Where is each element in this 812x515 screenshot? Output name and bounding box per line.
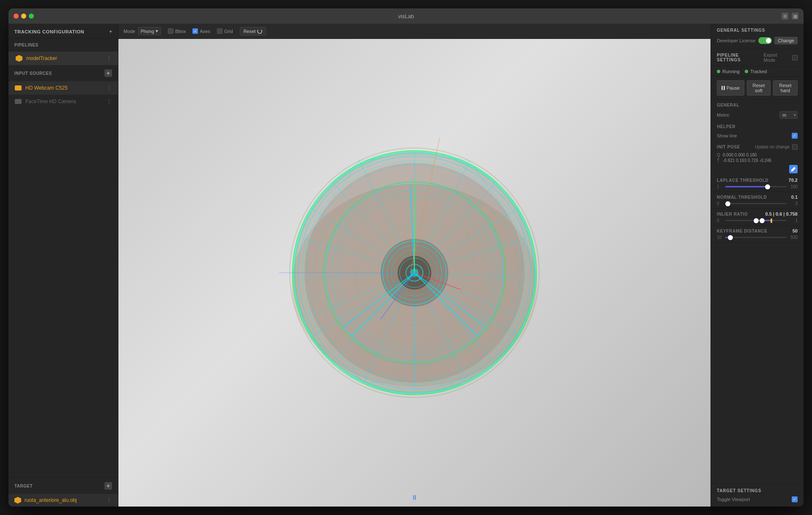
normal-slider-section: NORMAL THRESHOLD 0.1 0 3 — [711, 192, 804, 209]
axes-checkbox-group: Axes — [192, 28, 210, 34]
pause-button[interactable]: Pause — [717, 80, 744, 96]
bbox-checkbox[interactable] — [168, 28, 173, 34]
left-sidebar: TRACKING CONFIGURATION + PIPELINES model… — [8, 24, 118, 507]
pipeline-settings-row: PIPELINE SETTINGS Export Mode — [711, 49, 804, 66]
inlier-max: 1 — [789, 218, 798, 223]
metric-label: Metric — [717, 112, 730, 118]
minimize-button[interactable] — [21, 14, 26, 19]
pause-bar-1 — [721, 86, 723, 90]
add-input-source-button[interactable]: + — [104, 69, 112, 77]
close-button[interactable] — [14, 14, 19, 19]
title-bar-icons: ⚙ ▦ — [782, 13, 798, 19]
pipeline-item-modeltracker[interactable]: modelTracker ⋮ — [8, 52, 118, 65]
reset-soft-button[interactable]: Reset soft — [747, 80, 770, 96]
input-source-facetime[interactable]: FaceTime HD Camera ⋮ — [8, 95, 118, 108]
settings-icon[interactable]: ⚙ — [782, 13, 788, 19]
input-sources-header: INPUT SOURCES + — [8, 65, 118, 81]
init-pose-title: INIT POSE — [717, 145, 740, 149]
fullscreen-button[interactable] — [29, 14, 34, 19]
keyframe-track-row: 10 500 — [717, 235, 798, 240]
keyframe-slider[interactable] — [725, 237, 787, 238]
pause-indicator: ⏸ — [411, 494, 418, 501]
inlier-marker-2[interactable] — [760, 218, 765, 223]
normal-thumb[interactable] — [725, 201, 730, 206]
webcam-more-button[interactable]: ⋮ — [106, 85, 112, 91]
pipelines-title: PIPELINES — [14, 43, 38, 47]
laplace-fill — [725, 186, 768, 187]
pose-edit-button[interactable] — [789, 165, 798, 173]
axes-checkbox[interactable] — [192, 28, 198, 34]
inlier-slider[interactable] — [725, 220, 787, 221]
grid-icon[interactable]: ▦ — [792, 13, 798, 19]
traffic-lights — [14, 14, 34, 19]
keyframe-value: 50 — [793, 228, 798, 233]
bbox-label: Bbox — [175, 29, 186, 34]
metric-select[interactable]: m cm mm ft — [779, 111, 798, 119]
pipeline-name: modelTracker — [26, 55, 106, 61]
webcam-name: HD Webcam C525 — [25, 85, 106, 91]
normal-track-row: 0 3 — [717, 201, 798, 206]
mode-select[interactable]: Phong ▾ — [138, 27, 162, 35]
laplace-thumb[interactable] — [765, 184, 770, 189]
right-panel: GENERAL SETTINGS Developer License Chang… — [710, 24, 804, 507]
show-line-checkbox[interactable] — [792, 133, 798, 139]
target-settings-title: TARGET SETTINGS — [717, 488, 798, 493]
pipeline-more-button[interactable]: ⋮ — [106, 55, 112, 62]
target-more-button[interactable]: ⋮ — [106, 497, 112, 504]
update-on-change-toggle[interactable] — [792, 144, 798, 150]
laplace-max: 100 — [789, 184, 798, 189]
reset-hard-button[interactable]: Reset hard — [773, 80, 798, 96]
pause-bar-2 — [724, 86, 725, 90]
laplace-slider-section: LAPLACE THRESHOLD 70.2 1 100 — [711, 175, 804, 192]
export-mode-row: Export Mode — [764, 52, 798, 63]
add-target-button[interactable]: + — [104, 482, 112, 490]
export-mode-checkbox[interactable] — [792, 55, 798, 60]
facetime-camera-icon — [14, 98, 22, 105]
developer-license-row: Developer License Change — [711, 35, 804, 49]
dev-license-controls: Change — [758, 37, 798, 44]
pose-t-key: T — [717, 158, 721, 163]
init-pose-header: INIT POSE Update on change — [711, 141, 804, 151]
toggle-viewport-label: Toggle Viewport — [717, 497, 750, 502]
reset-button[interactable]: Reset — [240, 27, 266, 36]
toolbar: Mode Phong ▾ Bbox Axes Grid — [118, 24, 710, 39]
toggle-viewport-checkbox[interactable] — [792, 496, 798, 502]
normal-max: 3 — [789, 201, 798, 206]
camera-icon — [15, 85, 22, 90]
laplace-slider[interactable] — [725, 186, 787, 187]
pause-label: Pause — [727, 85, 740, 90]
normal-slider[interactable] — [725, 203, 787, 204]
main-content: TRACKING CONFIGURATION + PIPELINES model… — [8, 24, 804, 507]
input-source-webcam[interactable]: HD Webcam C525 ⋮ — [8, 81, 118, 95]
keyframe-min: 10 — [717, 235, 723, 240]
pose-t-values: -0.621 0.163 0.726 -0.246 — [723, 158, 771, 163]
laplace-title: LAPLACE THRESHOLD — [717, 178, 768, 183]
change-button[interactable]: Change — [774, 37, 798, 44]
laplace-header: LAPLACE THRESHOLD 70.2 — [717, 178, 798, 183]
target-item[interactable]: ruota_anteriore_alu.obj ⋮ — [8, 494, 118, 507]
general-settings-header: GENERAL SETTINGS — [711, 24, 804, 35]
license-toggle[interactable] — [758, 37, 772, 44]
facetime-more-button[interactable]: ⋮ — [106, 98, 112, 105]
input-sources-title: INPUT SOURCES — [14, 71, 52, 76]
keyframe-thumb[interactable] — [728, 235, 733, 240]
keyframe-slider-section: KEYFRAME DISTANCE 50 10 500 — [711, 226, 804, 243]
normal-value: 0.1 — [791, 194, 798, 200]
webcam-camera-icon — [14, 84, 22, 92]
pipeline-settings-title: PIPELINE SETTINGS — [717, 53, 764, 62]
inlier-marker-1[interactable] — [754, 218, 759, 223]
bbox-checkbox-group: Bbox — [168, 28, 186, 34]
laplace-value: 70.2 — [789, 178, 798, 183]
normal-min: 0 — [717, 201, 723, 206]
laplace-track-row: 1 100 — [717, 184, 798, 189]
developer-license-label: Developer License — [717, 38, 755, 43]
add-tracking-config-button[interactable]: + — [109, 29, 112, 35]
inlier-header: INLIER RATIO 0.5 | 0.6 | 0.758 — [717, 211, 798, 216]
mode-chevron-icon: ▾ — [156, 28, 158, 34]
helper-section-label: HELPER — [711, 121, 804, 131]
pose-edit-area — [711, 165, 804, 175]
grid-checkbox[interactable] — [217, 28, 222, 34]
center-area: Mode Phong ▾ Bbox Axes Grid — [118, 24, 710, 507]
pose-q-values: 0.000 0.000 0.180 — [723, 153, 757, 157]
show-line-row: Show line — [711, 131, 804, 141]
